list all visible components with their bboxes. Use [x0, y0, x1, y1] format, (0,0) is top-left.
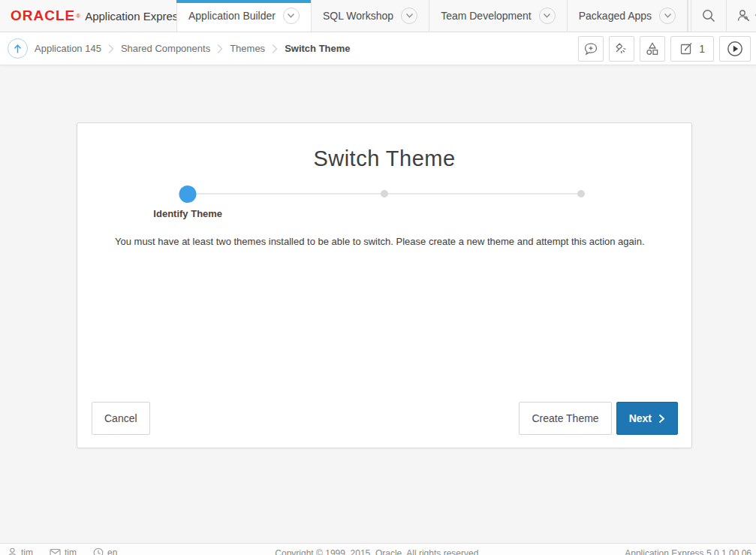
step-dot-pending [577, 190, 585, 198]
tab-label: Application Builder [188, 10, 276, 22]
footer: tim tim en Copyright © 1999, 2015, Oracl… [0, 543, 756, 555]
chevron-right-icon [108, 44, 114, 54]
tab-label: SQL Workshop [323, 10, 393, 22]
chevron-down-icon[interactable] [659, 8, 676, 24]
next-button[interactable]: Next [616, 402, 678, 435]
flashlight-icon [614, 41, 629, 56]
divider [688, 0, 688, 32]
run-application-button[interactable] [719, 36, 751, 62]
wizard-card: Switch Theme Identify Theme You must hav… [77, 122, 692, 448]
feedback-button[interactable] [578, 36, 604, 62]
edit-page-number: 1 [699, 43, 705, 55]
edit-page-button[interactable]: 1 [670, 36, 714, 62]
tab-label: Team Development [441, 10, 532, 22]
chevron-right-icon [272, 44, 278, 54]
top-header: ORACLE® Application Express Application … [0, 0, 756, 32]
oracle-logo: ORACLE [11, 8, 75, 24]
up-arrow-icon[interactable] [8, 38, 28, 59]
chevron-right-icon [217, 44, 223, 54]
breadcrumb-application[interactable]: Application 145 [35, 43, 101, 54]
run-icon [727, 41, 743, 57]
next-button-label: Next [629, 412, 652, 424]
create-theme-button[interactable]: Create Theme [519, 402, 611, 435]
step-dot-current [179, 186, 197, 203]
chevron-down-icon[interactable] [283, 8, 300, 24]
admin-wrench-icon [736, 8, 751, 23]
header-tools: ? [688, 0, 756, 32]
registered-mark: ® [76, 13, 80, 20]
tab-label: Packaged Apps [579, 10, 652, 22]
breadcrumb-switch-theme: Switch Theme [285, 43, 350, 54]
shapes-icon [645, 41, 660, 56]
theme-roller-button[interactable] [609, 36, 634, 62]
shared-components-button[interactable] [640, 36, 665, 62]
tab-application-builder[interactable]: Application Builder [176, 0, 311, 32]
chevron-down-icon[interactable] [539, 8, 556, 24]
wizard-message: You must have at least two themes instal… [115, 236, 654, 247]
tab-team-development[interactable]: Team Development [429, 0, 567, 32]
breadcrumb-bar: Application 145 Shared Components Themes… [0, 32, 756, 65]
page-title: Switch Theme [77, 146, 691, 171]
chevron-down-icon[interactable] [401, 8, 417, 24]
version-text: Application Express 5.0.1.00.06 [625, 548, 751, 555]
current-step-label: Identify Theme [153, 208, 222, 219]
brand-product: Application Express [85, 10, 184, 23]
page-actions: 1 [578, 36, 751, 62]
tab-sql-workshop[interactable]: SQL Workshop [311, 0, 429, 32]
feedback-icon [583, 42, 598, 56]
breadcrumb: Application 145 Shared Components Themes… [35, 43, 351, 54]
tab-packaged-apps[interactable]: Packaged Apps [567, 0, 688, 32]
breadcrumb-shared-components[interactable]: Shared Components [121, 43, 210, 54]
brand[interactable]: ORACLE® Application Express [0, 0, 176, 32]
edit-page-icon [679, 41, 694, 56]
breadcrumb-themes[interactable]: Themes [230, 43, 265, 54]
administration-menu[interactable] [727, 0, 756, 32]
wizard-buttons: Cancel Create Theme Next [92, 402, 678, 435]
search-icon[interactable] [691, 0, 726, 32]
main-tabs: Application Builder SQL Workshop Team De… [176, 0, 688, 32]
step-dot-pending [381, 190, 388, 198]
wizard-progress: Identify Theme [77, 185, 691, 236]
chevron-right-icon [658, 414, 665, 424]
cancel-button[interactable]: Cancel [92, 402, 150, 435]
